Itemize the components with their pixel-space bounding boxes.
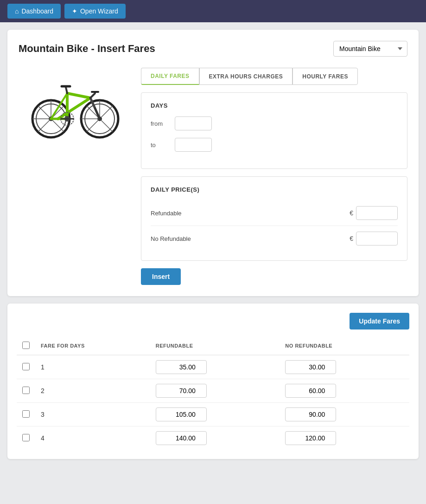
- update-fares-button[interactable]: Update Fares: [350, 313, 409, 330]
- row-day-1: 2: [35, 379, 150, 403]
- page-title: Mountain Bike - Insert Fares: [19, 43, 155, 55]
- svg-line-27: [66, 87, 67, 93]
- price-row-refundable: Refundable €: [151, 200, 398, 226]
- row-day-2: 3: [35, 403, 150, 426]
- row-no-refundable-input-3[interactable]: [285, 431, 336, 445]
- row-checkbox-cell: [17, 355, 35, 379]
- tab-hourly-fares[interactable]: HOURLY FARES: [292, 68, 358, 85]
- refundable-label: Refundable: [151, 210, 182, 217]
- from-label: from: [151, 120, 169, 127]
- row-checkbox-cell: [17, 379, 35, 403]
- refundable-price-input[interactable]: [356, 206, 398, 220]
- content-row: DAILY FARES EXTRA HOURS CHARGES HOURLY F…: [19, 68, 407, 285]
- home-icon: ⌂: [15, 7, 19, 15]
- table-row: 3: [17, 403, 409, 426]
- days-from-row: from: [151, 116, 398, 130]
- table-card: Update Fares FARE FOR DAYS REFUNDABLE NO…: [7, 304, 419, 459]
- table-header-row: Update Fares: [17, 313, 409, 330]
- currency-symbol-1: €: [350, 209, 353, 217]
- table-header-row: FARE FOR DAYS REFUNDABLE NO REFUNDABLE: [17, 337, 409, 355]
- row-refundable-input-2[interactable]: [156, 407, 207, 421]
- no-refundable-label: No Refundable: [151, 235, 191, 242]
- top-navigation: ⌂ Dashboard ✦ Open Wizard: [0, 0, 426, 22]
- table-row: 1: [17, 355, 409, 379]
- dashboard-button[interactable]: ⌂ Dashboard: [7, 4, 61, 19]
- open-wizard-button[interactable]: ✦ Open Wizard: [64, 4, 126, 19]
- header-refundable: REFUNDABLE: [150, 337, 280, 355]
- row-refundable-cell-3: [150, 426, 280, 450]
- bike-image: [23, 68, 125, 142]
- currency-symbol-2: €: [350, 235, 353, 242]
- svg-line-16: [100, 119, 113, 132]
- days-from-input[interactable]: [175, 116, 212, 130]
- row-refundable-cell-2: [150, 403, 280, 426]
- no-refundable-input-group: €: [350, 232, 398, 246]
- row-refundable-cell-0: [150, 355, 280, 379]
- vehicle-type-dropdown[interactable]: Mountain BikeRoad BikeCity Bike: [333, 41, 407, 57]
- row-no-refundable-cell-0: [280, 355, 409, 379]
- row-checkbox-3[interactable]: [22, 434, 30, 441]
- dashboard-label: Dashboard: [21, 7, 53, 15]
- row-no-refundable-cell-2: [280, 403, 409, 426]
- row-refundable-input-0[interactable]: [156, 360, 207, 374]
- row-checkbox-cell: [17, 426, 35, 450]
- tab-group: DAILY FARES EXTRA HOURS CHARGES HOURLY F…: [141, 68, 407, 85]
- row-no-refundable-cell-3: [280, 426, 409, 450]
- table-row: 4: [17, 426, 409, 450]
- refundable-input-group: €: [350, 206, 398, 220]
- days-section: DAYS from to: [141, 92, 407, 169]
- prices-section: DAILY PRICE(S) Refundable € No Refundabl…: [141, 176, 407, 261]
- price-row-no-refundable: No Refundable €: [151, 226, 398, 251]
- days-to-input[interactable]: [175, 138, 212, 152]
- days-to-row: to: [151, 138, 398, 152]
- row-no-refundable-input-2[interactable]: [285, 407, 336, 421]
- svg-line-18: [67, 93, 90, 98]
- header-checkbox-col: [17, 337, 35, 355]
- form-area: DAILY FARES EXTRA HOURS CHARGES HOURLY F…: [141, 68, 407, 285]
- row-no-refundable-cell-1: [280, 379, 409, 403]
- row-refundable-input-1[interactable]: [156, 384, 207, 398]
- row-checkbox-0[interactable]: [22, 363, 30, 370]
- wizard-icon: ✦: [72, 7, 77, 15]
- insert-button[interactable]: Insert: [141, 268, 181, 285]
- tab-daily-fares[interactable]: DAILY FARES: [141, 68, 199, 85]
- to-label: to: [151, 142, 169, 149]
- row-refundable-input-3[interactable]: [156, 431, 207, 445]
- row-no-refundable-input-1[interactable]: [285, 384, 336, 398]
- fares-table: FARE FOR DAYS REFUNDABLE NO REFUNDABLE 1…: [17, 337, 409, 450]
- row-day-0: 1: [35, 355, 150, 379]
- svg-line-14: [100, 106, 113, 119]
- row-day-3: 4: [35, 426, 150, 450]
- svg-line-9: [38, 106, 51, 119]
- svg-line-10: [51, 119, 64, 132]
- svg-line-24: [95, 108, 100, 119]
- svg-line-25: [90, 93, 95, 98]
- bike-image-container: [19, 68, 130, 142]
- row-checkbox-cell: [17, 403, 35, 426]
- open-wizard-label: Open Wizard: [80, 7, 118, 15]
- svg-line-11: [38, 119, 51, 132]
- prices-section-title: DAILY PRICE(S): [151, 186, 398, 193]
- svg-line-17: [87, 119, 100, 132]
- row-checkbox-1[interactable]: [22, 387, 30, 394]
- header-no-refundable: NO REFUNDABLE: [280, 337, 409, 355]
- select-all-checkbox[interactable]: [22, 342, 30, 349]
- card-header: Mountain Bike - Insert Fares Mountain Bi…: [19, 41, 407, 57]
- no-refundable-price-input[interactable]: [356, 232, 398, 246]
- row-refundable-cell-1: [150, 379, 280, 403]
- table-row: 2: [17, 379, 409, 403]
- tab-extra-hours[interactable]: EXTRA HOURS CHARGES: [199, 68, 293, 85]
- days-section-title: DAYS: [151, 102, 398, 109]
- row-no-refundable-input-0[interactable]: [285, 360, 336, 374]
- main-card: Mountain Bike - Insert Fares Mountain Bi…: [7, 30, 419, 296]
- row-checkbox-2[interactable]: [22, 410, 30, 418]
- header-fare-for-days: FARE FOR DAYS: [35, 337, 150, 355]
